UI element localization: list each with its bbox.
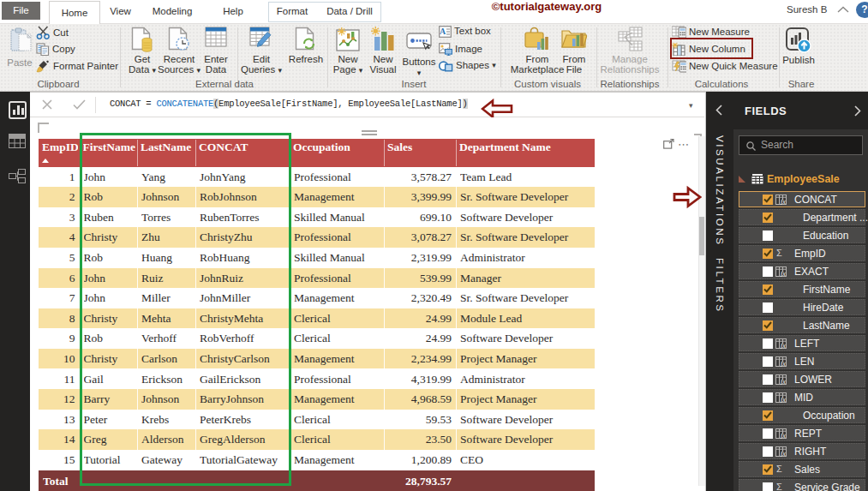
svg-text:A: A — [440, 27, 446, 36]
svg-text:fx: fx — [781, 270, 786, 277]
svg-text:fx: fx — [781, 198, 786, 205]
svg-text:fx: fx — [781, 360, 786, 367]
svg-text:fx: fx — [781, 432, 786, 439]
svg-text:fx: fx — [781, 342, 786, 349]
svg-text:fx: fx — [781, 378, 786, 385]
svg-text:fx: fx — [781, 450, 786, 457]
svg-text:fx: fx — [781, 396, 786, 403]
